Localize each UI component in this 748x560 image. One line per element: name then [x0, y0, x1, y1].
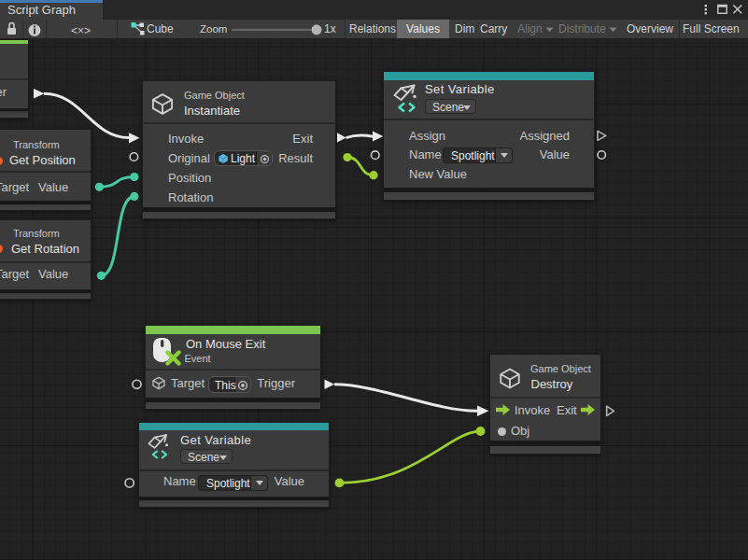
svg-text:<×>: <×> — [71, 24, 91, 37]
